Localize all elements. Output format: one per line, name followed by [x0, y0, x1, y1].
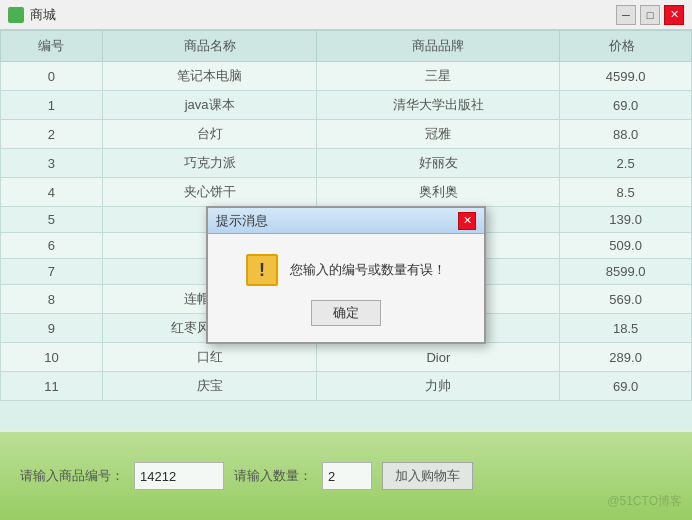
close-button[interactable]: ✕	[664, 5, 684, 25]
window-controls: ─ □ ✕	[616, 5, 684, 25]
modal-title: 提示消息	[216, 212, 458, 230]
modal-close-button[interactable]: ✕	[458, 212, 476, 230]
minimize-button[interactable]: ─	[616, 5, 636, 25]
title-bar: 商城 ─ □ ✕	[0, 0, 692, 30]
alert-dialog: 提示消息 ✕ ! 您输入的编号或数量有误！ 确定	[206, 206, 486, 344]
modal-overlay: 提示消息 ✕ ! 您输入的编号或数量有误！ 确定	[0, 30, 692, 520]
maximize-button[interactable]: □	[640, 5, 660, 25]
modal-ok-button[interactable]: 确定	[311, 300, 381, 326]
modal-message-row: ! 您输入的编号或数量有误！	[246, 254, 446, 286]
modal-body: ! 您输入的编号或数量有误！ 确定	[208, 234, 484, 342]
modal-title-bar: 提示消息 ✕	[208, 208, 484, 234]
window-title: 商城	[30, 6, 616, 24]
app-icon	[8, 7, 24, 23]
modal-message-text: 您输入的编号或数量有误！	[290, 261, 446, 279]
warning-icon: !	[246, 254, 278, 286]
